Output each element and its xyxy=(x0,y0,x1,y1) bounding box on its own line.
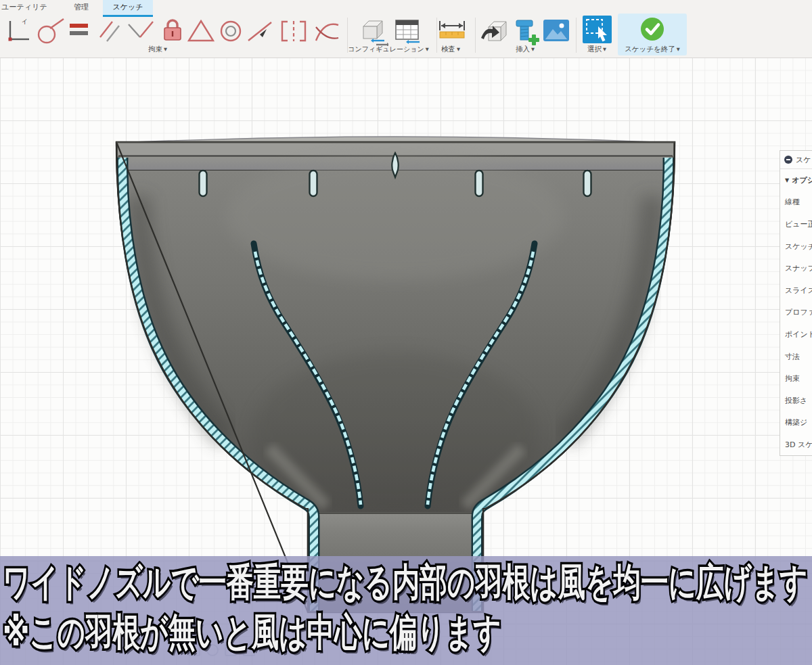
palette-item-dimensions[interactable]: 寸法 xyxy=(780,346,812,368)
symmetry-constraint-icon[interactable] xyxy=(278,18,309,47)
caption-line-1: ワイドノズルで一番重要になる内部の羽根は風を均一に広げます xyxy=(3,557,808,606)
configuration-dropdown[interactable]: コンフィギュレーション▼ xyxy=(348,45,429,54)
finish-sketch-label: スケッチを終了▼ xyxy=(618,45,687,54)
curvature-constraint-icon[interactable] xyxy=(313,19,340,46)
constraints-dropdown[interactable]: 拘束▼ xyxy=(139,45,177,54)
insert-decal-icon[interactable] xyxy=(543,19,570,45)
tab-sketch[interactable]: スケッチ xyxy=(103,0,153,15)
inspect-dropdown[interactable]: 検査▼ xyxy=(433,45,468,54)
collapse-icon[interactable] xyxy=(784,156,792,164)
palette-item-3d-sketch[interactable]: 3D スケ xyxy=(780,434,812,456)
chevron-down-icon: ▼ xyxy=(164,47,167,52)
caption-line-2: ※この羽根が無いと風は中心に偏ります xyxy=(3,607,501,656)
parallel-constraint-icon[interactable] xyxy=(97,18,124,47)
palette-item-snap[interactable]: スナップ xyxy=(780,257,812,279)
equal-constraint-icon[interactable] xyxy=(68,22,90,41)
palette-item-look-at[interactable]: ビュー正 xyxy=(780,213,812,235)
polygon-constraint-icon[interactable] xyxy=(187,18,215,46)
chevron-down-icon: ▼ xyxy=(457,47,460,52)
chevron-down-icon: ▼ xyxy=(603,47,606,52)
palette-item-slice[interactable]: スライス xyxy=(780,279,812,302)
finish-sketch-button[interactable]: スケッチを終了▼ xyxy=(618,14,687,55)
perpendicular-constraint-icon[interactable] xyxy=(4,19,31,46)
palette-item-points[interactable]: ポイント xyxy=(780,323,812,346)
finish-check-icon xyxy=(639,16,665,42)
fix-lock-constraint-icon[interactable] xyxy=(162,17,183,45)
palette-item-profile[interactable]: プロファ xyxy=(780,302,812,324)
midpoint-constraint-icon[interactable] xyxy=(126,19,154,46)
palette-item-projected[interactable]: 投影さ xyxy=(780,390,812,412)
select-dropdown[interactable]: 選択▼ xyxy=(579,45,614,54)
tangent-constraint-icon[interactable] xyxy=(35,18,65,47)
chevron-down-icon: ▼ xyxy=(677,47,680,52)
palette-section-options[interactable]: ▼オプシ xyxy=(780,169,812,191)
insert-derive-icon[interactable] xyxy=(479,18,509,49)
toolbar-separator xyxy=(475,18,476,53)
caption-overlay: ワイドノズルで一番重要になる内部の羽根は風を均一に広げます ※この羽根が無いと風… xyxy=(0,556,812,665)
measure-icon[interactable] xyxy=(438,20,466,43)
collinear-constraint-icon[interactable] xyxy=(246,18,273,47)
insert-dropdown[interactable]: 挿入▼ xyxy=(506,45,544,54)
chevron-down-icon: ▼ xyxy=(426,47,429,52)
tab-utilities[interactable]: ユーティリティ xyxy=(0,0,49,15)
sketch-palette: スケッ ▼オプシ 線種 ビュー正 スケッチ スナップ スライス プロファ ポイン… xyxy=(780,150,812,456)
palette-item-sketch-grid[interactable]: スケッチ xyxy=(780,235,812,258)
tab-manage[interactable]: 管理 xyxy=(65,0,97,15)
fusion360-window: ユーティリティ 管理 スケッチ xyxy=(0,0,812,665)
window-select-icon[interactable] xyxy=(583,16,612,46)
sketch-palette-header[interactable]: スケッ xyxy=(780,151,812,169)
triangle-down-icon: ▼ xyxy=(785,177,789,183)
toolbar-separator xyxy=(576,18,577,53)
palette-item-linetype[interactable]: 線種 xyxy=(780,191,812,214)
toolbar: ユーティリティ 管理 スケッチ xyxy=(0,0,812,58)
concentric-constraint-icon[interactable] xyxy=(217,18,244,47)
chevron-down-icon: ▼ xyxy=(531,47,535,52)
palette-item-construction[interactable]: 構築ジ xyxy=(780,412,812,434)
palette-item-constraints[interactable]: 拘束 xyxy=(780,367,812,390)
